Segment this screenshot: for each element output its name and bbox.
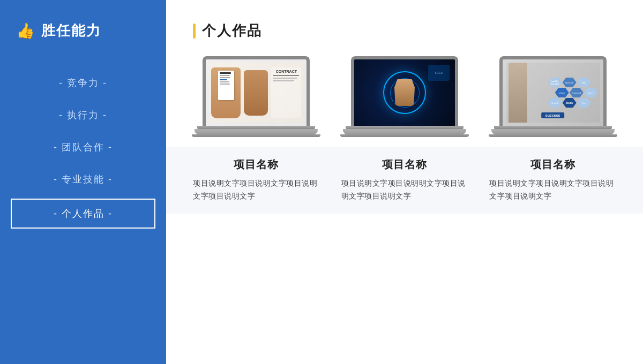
laptop-1: CONTRACT — [197, 56, 315, 137]
sidebar-nav: - 竞争力 - - 执行力 - - 团队合作 - - 专业技能 - - 个人作品… — [0, 67, 166, 232]
laptop-screen-1: CONTRACT — [203, 56, 310, 126]
desc-text-3: 项目说明文字项目说明文字项目说明文字项目说明文字 — [489, 177, 616, 203]
desc-grid: 项目名称 项目说明文字项目说明文字项目说明文字项目说明文字 项目名称 项目说明文… — [193, 157, 616, 203]
sidebar-item-skills[interactable]: - 专业技能 - — [0, 163, 166, 195]
sidebar-item-execution[interactable]: - 执行力 - — [0, 99, 166, 131]
title-accent-bar — [193, 24, 196, 39]
sidebar-header: 👍 胜任能力 — [0, 21, 166, 67]
laptop-wrap-1: CONTRACT — [193, 56, 320, 137]
laptop-screen-2: TECH — [351, 56, 458, 126]
sidebar-item-portfolio[interactable]: - 个人作品 - — [11, 199, 155, 229]
laptop-wrap-2: TECH — [341, 56, 468, 137]
main-content: 个人作品 — [166, 0, 643, 364]
desc-item-3: 项目名称 项目说明文字项目说明文字项目说明文字项目说明文字 — [489, 157, 616, 203]
laptop-base-2 — [343, 129, 466, 134]
laptop-3: Lead byExample Network Adv Vision Teamwo… — [494, 56, 612, 137]
success-label: success — [541, 112, 565, 118]
page-title-row: 个人作品 — [193, 21, 616, 40]
page-title: 个人作品 — [202, 21, 262, 40]
portfolio-item-1: CONTRACT — [193, 56, 320, 137]
sidebar-item-competitiveness[interactable]: - 竞争力 - — [0, 67, 166, 99]
desc-item-2: 项目名称 项目说明文字项目说明明文字项目说明文字项目说明文字 — [341, 157, 468, 203]
desc-title-3: 项目名称 — [489, 157, 616, 172]
portfolio-item-2: TECH — [341, 56, 468, 137]
laptop-2: TECH — [346, 56, 463, 137]
desc-item-1: 项目名称 项目说明文字项目说明文字项目说明文字项目说明文字 — [193, 157, 320, 203]
laptop-base-3 — [491, 129, 615, 134]
desc-text-2: 项目说明文字项目说明明文字项目说明文字项目说明文字 — [341, 177, 468, 203]
desc-section: 项目名称 项目说明文字项目说明文字项目说明文字项目说明文字 项目名称 项目说明文… — [166, 147, 643, 214]
desc-text-1: 项目说明文字项目说明文字项目说明文字项目说明文字 — [193, 177, 320, 203]
thumbs-up-icon: 👍 — [16, 22, 35, 40]
laptop-feet-2 — [340, 134, 469, 137]
laptop-base-1 — [195, 129, 318, 134]
laptop-wrap-3: Lead byExample Network Adv Vision Teamwo… — [489, 56, 616, 137]
sidebar: 👍 胜任能力 - 竞争力 - - 执行力 - - 团队合作 - - 专业技能 -… — [0, 0, 166, 364]
portfolio-grid: CONTRACT — [193, 56, 616, 137]
sidebar-title: 胜任能力 — [41, 21, 101, 40]
laptop-screen-3: Lead byExample Network Adv Vision Teamwo… — [499, 56, 607, 126]
sidebar-item-teamwork[interactable]: - 团队合作 - — [0, 131, 166, 163]
desc-title-1: 项目名称 — [193, 157, 320, 172]
portfolio-item-3: Lead byExample Network Adv Vision Teamwo… — [489, 56, 616, 137]
laptop-feet-1 — [192, 134, 320, 137]
laptop-feet-3 — [489, 134, 617, 137]
desc-title-2: 项目名称 — [341, 157, 468, 172]
